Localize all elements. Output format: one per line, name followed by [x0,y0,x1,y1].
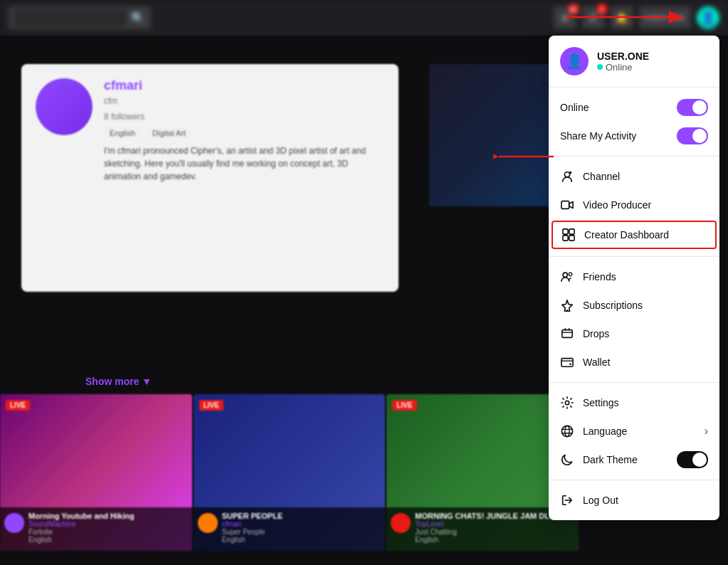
browse-icon[interactable]: ⊞ 52 [554,6,576,29]
svg-rect-5 [563,229,568,234]
menu-item-subscriptions[interactable]: Subscriptions [549,291,719,320]
menu-username: USER.ONE [597,51,708,62]
creator-dashboard-label: Creator Dashboard [584,229,707,241]
stream-card-0[interactable]: LIVE Morning Youtube and Hiking SoundMac… [0,394,192,551]
online-label: Online [560,102,589,113]
subscriptions-icon [560,298,574,312]
share-activity-toggle[interactable] [677,127,708,144]
svg-rect-6 [569,229,574,234]
card-lang-0: English [28,536,134,544]
status-dot [597,64,603,70]
search-input[interactable] [14,9,127,26]
dark-theme-toggle-row: Dark Theme [549,445,719,474]
channel-label: Channel [583,171,708,182]
share-activity-toggle-row: Share My Activity [549,122,719,150]
stream-cards-row: LIVE Morning Youtube and Hiking SoundMac… [0,394,579,551]
svg-rect-7 [563,236,568,241]
dark-theme-left: Dark Theme [560,453,638,467]
wallet-label: Wallet [583,357,708,368]
dark-theme-toggle[interactable] [677,451,708,468]
username-display[interactable]: USER.ONE [639,6,691,29]
menu-bottom-section: Log Out [549,480,719,520]
svg-point-13 [569,363,571,365]
language-label: Language [583,426,696,437]
show-more-button[interactable]: Show more ▼ [85,376,152,387]
menu-avatar-icon: 👤 [566,53,584,70]
card-game-2: Just Chatting [415,528,556,536]
svg-point-14 [565,401,569,404]
profile-followers: 8 followers [104,112,384,122]
svg-rect-4 [561,201,569,209]
svg-point-16 [565,426,569,436]
profile-username: cfmari [104,78,384,93]
nav-right: ⊞ 52 ☰ 2 🔔 USER.ONE 👤 [554,6,719,29]
profile-handle: cfm [104,96,384,106]
share-activity-label: Share My Activity [560,130,636,142]
card-channel-0: SoundMachine [28,520,134,528]
online-toggle-row: Online [549,93,719,122]
menu-toggles-section: Online Share My Activity [549,88,719,157]
menu-status: Online [597,62,708,73]
menu-item-settings[interactable]: Settings [549,389,719,417]
dark-theme-icon [560,453,574,467]
user-avatar-button[interactable]: 👤 [697,6,719,29]
friends-label: Friends [583,271,708,282]
search-icon: 🔍 [131,11,145,25]
creator-dashboard-icon [561,228,576,242]
card-title-0: Morning Youtube and Hiking [28,512,134,520]
profile-info: cfmari cfm 8 followers English Digital A… [104,78,384,278]
channel-badge: 2 [596,4,608,15]
stream-card-1[interactable]: LIVE SUPER PEOPLE cfmari Super People En… [194,394,386,551]
svg-rect-8 [569,236,574,241]
subscriptions-label: Subscriptions [583,300,708,311]
menu-header: 👤 USER.ONE Online [549,36,719,88]
user-dropdown-menu: 👤 USER.ONE Online Online Share My Activi… [549,36,719,520]
notifications-icon[interactable]: 🔔 [611,6,633,29]
menu-settings-section: Settings Language › Dark Theme [549,383,719,480]
profile-card: cfmari cfm 8 followers English Digital A… [21,64,399,292]
svg-point-2 [564,172,569,177]
search-box[interactable]: 🔍 [9,6,151,29]
top-navigation: 🔍 ⊞ 52 ☰ 2 🔔 USER.ONE 👤 [0,0,728,36]
browse-badge: 52 [568,4,579,15]
video-producer-icon [560,198,574,212]
nav-username: USER.ONE [645,14,685,22]
profile-description: I'm cfmari pronounced Cipher's, an artis… [104,144,384,183]
card-game-0: Fortnite [28,528,134,536]
card-channel-1: cfmari [222,520,283,528]
svg-point-9 [563,273,567,277]
menu-item-wallet[interactable]: Wallet [549,348,719,376]
video-producer-label: Video Producer [583,199,708,211]
drops-icon [560,327,574,341]
menu-item-logout[interactable]: Log Out [549,486,719,514]
card-lang-1: English [222,536,283,544]
menu-item-creator-dashboard[interactable]: Creator Dashboard [552,221,717,249]
menu-item-channel[interactable]: Channel [549,162,719,191]
svg-rect-12 [561,359,573,367]
menu-item-language[interactable]: Language › [549,417,719,445]
menu-item-drops[interactable]: Drops [549,320,719,348]
card-channel-2: TopLevel [415,520,556,528]
logout-label: Log Out [583,495,708,506]
menu-avatar: 👤 [560,47,589,75]
settings-icon [560,396,574,410]
menu-user-info: USER.ONE Online [597,51,708,73]
online-toggle[interactable] [677,99,708,116]
card-game-1: Super People [222,528,283,536]
settings-label: Settings [583,397,708,408]
profile-tags: English Digital Art [104,127,384,139]
channel-icon[interactable]: ☰ 2 [582,6,605,29]
svg-point-3 [569,171,572,174]
dark-theme-label: Dark Theme [583,454,638,465]
menu-social-section: Friends Subscriptions Drops [549,257,719,383]
menu-item-friends[interactable]: Friends [549,263,719,291]
card-lang-2: English [415,536,556,544]
profile-tag-2: Digital Art [147,127,191,139]
avatar-icon: 👤 [700,10,716,26]
channel-icon [560,169,574,184]
card-title-2: MORNING CHATS! JUNGLE JAM DL... [415,512,556,520]
logout-icon [560,493,574,507]
live-badge-1: LIVE [199,400,223,411]
language-arrow: › [705,425,708,438]
menu-item-video-producer[interactable]: Video Producer [549,191,719,219]
